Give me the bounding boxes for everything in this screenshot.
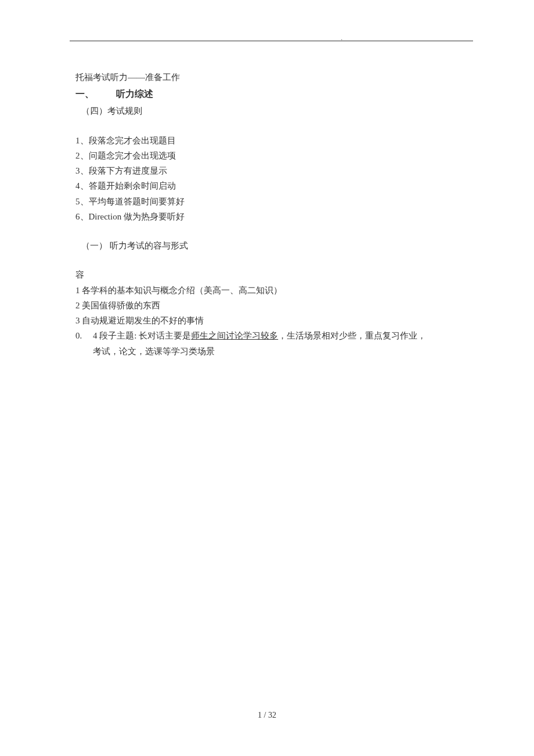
rule-item: 3、段落下方有进度显示 [75,163,464,178]
header-dot: . [341,35,343,41]
spacer [75,224,464,238]
content-item-4: 0. 4 段子主题: 长对话主要是师生之间讨论学习较多，生活场景相对少些，重点复… [75,328,464,343]
subheading-4: （四）考试规则 [81,103,464,118]
item-4-prefix: 4 段子主题: 长对话主要是 [93,331,191,340]
item-4-line2: 考试，论文，选课等学习类场景 [93,344,464,359]
content-item: 2 美国值得骄傲的东西 [75,298,464,313]
document-content: 托福考试听力——准备工作 一、听力综述 （四）考试规则 1、段落念完才会出现题目… [75,70,464,359]
item-4-body: 4 段子主题: 长对话主要是师生之间讨论学习较多，生活场景相对少些，重点复习作业… [93,328,464,343]
spacer [75,119,464,133]
rule-item: 1、段落念完才会出现题目 [75,133,464,148]
item-4-underlined: 师生之间讨论学习较多 [191,331,278,340]
spacer [75,253,464,267]
document-title: 托福考试听力——准备工作 [75,70,464,85]
heading-text: 听力综述 [116,89,153,99]
content-item: 1 各学科的基本知识与概念介绍（美高一、高二知识） [75,283,464,298]
item-4-number: 0. [75,328,93,343]
content-item: 3 自动规避近期发生的不好的事情 [75,313,464,328]
rule-item: 2、问题念完才会出现选项 [75,148,464,163]
document-page: . 托福考试听力——准备工作 一、听力综述 （四）考试规则 1、段落念完才会出现… [0,0,534,756]
subheading-1: （一） 听力考试的容与形式 [81,238,464,253]
page-number: 1 / 32 [0,711,534,720]
rule-item: 6、Direction 做为热身要听好 [75,209,464,224]
item-4-suffix: ，生活场景相对少些，重点复习作业， [278,331,426,340]
horizontal-rule [70,41,473,41]
section-heading: 一、听力综述 [75,86,464,102]
rule-item: 4、答题开始剩余时间启动 [75,178,464,193]
content-label: 容 [75,267,464,282]
rule-item: 5、平均每道答题时间要算好 [75,194,464,209]
heading-number: 一、 [75,86,116,102]
